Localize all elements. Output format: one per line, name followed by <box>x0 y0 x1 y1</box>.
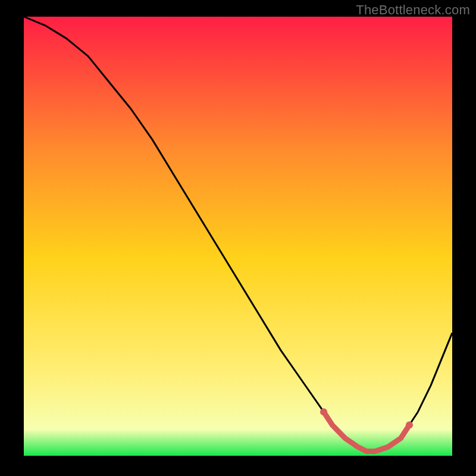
chart-overlay <box>24 17 452 456</box>
attribution-text: TheBottleneck.com <box>356 2 470 18</box>
accent-valley-segment <box>324 412 409 451</box>
accent-dot <box>406 421 413 428</box>
accent-dot <box>320 408 327 415</box>
plot-area <box>24 17 452 456</box>
chart-frame: TheBottleneck.com <box>0 0 476 476</box>
bottleneck-curve <box>24 17 452 452</box>
